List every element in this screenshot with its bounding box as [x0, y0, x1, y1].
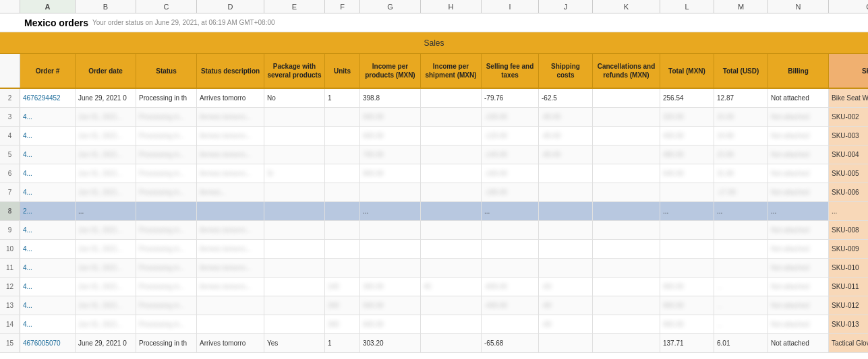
table-cell[interactable]	[264, 296, 325, 315]
table-row[interactable]: 54...Jun 01, 2021...Processing in...Arri…	[0, 145, 868, 164]
table-cell[interactable]	[264, 145, 325, 164]
table-cell[interactable]: SKU-008	[829, 221, 868, 239]
table-cell[interactable]: -140.00	[482, 145, 539, 164]
table-cell[interactable]: Not attached	[768, 145, 829, 164]
header-shipping-costs[interactable]: Shipping costs	[539, 54, 593, 88]
table-cell[interactable]: -62.5	[539, 89, 593, 107]
table-cell[interactable]: Arrives tomorro...	[197, 221, 264, 239]
table-cell[interactable]: June 29, 2021 0	[76, 334, 136, 352]
table-cell[interactable]: Jun 01, 2021...	[76, 296, 136, 315]
col-header-m[interactable]: M	[714, 0, 768, 13]
table-cell[interactable]	[421, 240, 482, 258]
table-cell[interactable]: Jun 01, 2021...	[76, 127, 136, 145]
table-cell[interactable]: -100.00	[482, 108, 539, 126]
table-cell[interactable]: 398.8	[360, 89, 421, 107]
table-cell[interactable]	[197, 202, 264, 220]
table-cell[interactable]: 4...	[20, 164, 76, 183]
table-cell[interactable]: ...	[660, 202, 714, 220]
table-row[interactable]: 44...Jun 01, 2021...Processing in...Arri…	[0, 127, 868, 145]
table-cell[interactable]: 600.00	[360, 315, 421, 333]
table-cell[interactable]: Not attached	[768, 315, 829, 333]
table-cell[interactable]	[593, 278, 660, 296]
col-header-f[interactable]: F	[325, 0, 360, 13]
table-cell[interactable]: ...	[482, 202, 539, 220]
table-cell[interactable]	[325, 145, 360, 164]
table-cell[interactable]	[325, 240, 360, 258]
table-cell[interactable]: Jun 01, 2021...	[76, 278, 136, 296]
table-cell[interactable]: 500.00	[360, 296, 421, 315]
table-cell[interactable]: Tactical Gloves	[829, 334, 868, 352]
table-cell[interactable]: 200	[325, 296, 360, 315]
table-cell[interactable]: Arrives tomorro...	[197, 240, 264, 258]
table-cell[interactable]: No	[264, 89, 325, 107]
table-cell[interactable]: ...	[829, 202, 868, 220]
table-cell[interactable]: 4...	[20, 259, 76, 277]
table-cell[interactable]: SKU-012	[829, 296, 868, 315]
table-cell[interactable]	[593, 127, 660, 145]
table-cell[interactable]: 4...	[20, 183, 76, 201]
header-date[interactable]: Order date	[76, 54, 136, 88]
table-cell[interactable]	[325, 183, 360, 201]
table-cell[interactable]: Not attached	[768, 221, 829, 239]
table-cell[interactable]: Processing in th	[136, 334, 197, 352]
table-cell[interactable]: 31.80	[714, 164, 768, 183]
table-cell[interactable]: Arrives...	[197, 183, 264, 201]
col-header-h[interactable]: H	[421, 0, 482, 13]
table-cell[interactable]: Processing in...	[136, 145, 197, 164]
table-cell[interactable]: Processing in...	[136, 183, 197, 201]
table-cell[interactable]: Jun 01, 2021...	[76, 145, 136, 164]
table-cell[interactable]	[421, 89, 482, 107]
header-billing[interactable]: Billing	[768, 54, 829, 88]
table-cell[interactable]: Not attached	[768, 296, 829, 315]
table-cell[interactable]: Arrives tomorro	[197, 89, 264, 107]
table-cell[interactable]	[593, 221, 660, 239]
table-cell[interactable]	[325, 108, 360, 126]
col-header-e[interactable]: E	[264, 0, 325, 13]
header-order[interactable]: Order #	[20, 54, 76, 88]
table-cell[interactable]	[421, 221, 482, 239]
table-cell[interactable]: 480.00	[660, 145, 714, 164]
table-cell[interactable]	[421, 108, 482, 126]
table-cell[interactable]: 4676294452	[20, 89, 76, 107]
header-units[interactable]: Units	[325, 54, 360, 88]
table-cell[interactable]	[264, 221, 325, 239]
table-cell[interactable]: Arrives tomorro...	[197, 259, 264, 277]
table-cell[interactable]	[264, 278, 325, 296]
table-cell[interactable]: 100	[325, 278, 360, 296]
table-cell[interactable]: Processing in...	[136, 296, 197, 315]
table-cell[interactable]	[539, 334, 593, 352]
table-cell[interactable]: Jun 01, 2021...	[76, 315, 136, 333]
table-cell[interactable]: 800.00	[360, 164, 421, 183]
table-cell[interactable]: 4...	[20, 240, 76, 258]
header-income-shipment[interactable]: Income per shipment (MXN)	[421, 54, 482, 88]
table-cell[interactable]: Yes	[264, 334, 325, 352]
table-cell[interactable]: Jun 01, 2021...	[76, 183, 136, 201]
table-cell[interactable]: ...	[360, 202, 421, 220]
table-cell[interactable]	[660, 221, 714, 239]
table-cell[interactable]	[264, 240, 325, 258]
table-cell[interactable]: -180.00	[482, 183, 539, 201]
table-cell[interactable]	[421, 183, 482, 201]
table-cell[interactable]: 300	[325, 315, 360, 333]
table-cell[interactable]	[714, 221, 768, 239]
table-cell[interactable]: Arrives tomorro...	[197, 127, 264, 145]
header-income-products[interactable]: Income per products (MXN)	[360, 54, 421, 88]
table-cell[interactable]: 40	[421, 278, 482, 296]
table-cell[interactable]	[325, 221, 360, 239]
col-header-c[interactable]: C	[136, 0, 197, 13]
table-cell[interactable]: Processing in...	[136, 164, 197, 183]
table-cell[interactable]: 4...	[20, 315, 76, 333]
table-cell[interactable]	[660, 183, 714, 201]
table-cell[interactable]	[421, 127, 482, 145]
table-cell[interactable]: Jun 01, 2021...	[76, 240, 136, 258]
table-cell[interactable]: Processing in...	[136, 127, 197, 145]
table-cell[interactable]	[360, 240, 421, 258]
table-cell[interactable]	[539, 221, 593, 239]
table-cell[interactable]	[421, 296, 482, 315]
header-selling-fee[interactable]: Selling fee and taxes	[482, 54, 539, 88]
table-cell[interactable]: 137.71	[660, 334, 714, 352]
table-cell[interactable]	[325, 202, 360, 220]
table-cell[interactable]: 4...	[20, 278, 76, 296]
table-cell[interactable]	[264, 259, 325, 277]
table-cell[interactable]	[593, 183, 660, 201]
